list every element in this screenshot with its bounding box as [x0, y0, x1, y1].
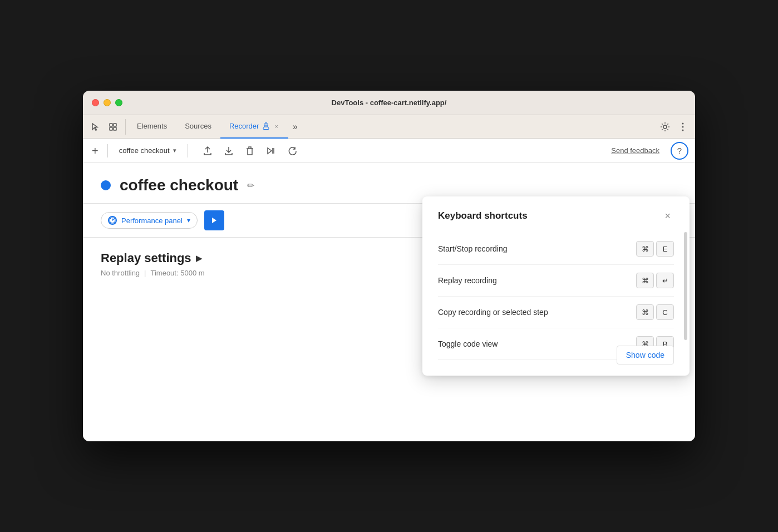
tab-elements[interactable]: Elements [128, 115, 176, 139]
svg-rect-2 [110, 127, 112, 130]
toolbar-divider-1 [107, 144, 108, 157]
record-status-dot [101, 180, 111, 190]
shortcut-label-toggle-code: Toggle code view [438, 339, 498, 348]
shortcut-row-copy: Copy recording or selected step ⌘ C [438, 297, 674, 328]
svg-rect-0 [110, 124, 112, 126]
delete-btn[interactable] [242, 142, 258, 159]
kbd-cmd-2: ⌘ [636, 273, 654, 288]
export-btn[interactable] [199, 142, 216, 159]
tab-overflow-btn[interactable]: » [288, 115, 302, 139]
shortcut-label-start-stop: Start/Stop recording [438, 244, 508, 253]
kbd-return: ↵ [656, 273, 674, 288]
recorder-actions [199, 142, 301, 159]
replay-settings-arrow-icon: ▶ [196, 254, 202, 263]
play-icon [210, 216, 218, 224]
popup-header: Keyboard shortcuts × [438, 210, 674, 222]
send-feedback-link[interactable]: Send feedback [611, 146, 659, 155]
performance-panel-btn[interactable]: Performance panel ▾ [101, 212, 198, 229]
recording-title: coffee checkout [120, 176, 238, 194]
gear-icon [660, 122, 670, 132]
cursor-icon-btn[interactable] [87, 119, 103, 135]
trash-icon [245, 146, 254, 156]
title-bar: DevTools - coffee-cart.netlify.app/ [83, 91, 695, 115]
recorder-toolbar: + coffee checkout ▾ [83, 139, 695, 163]
tab-list: Elements Sources Recorder × » [128, 115, 657, 139]
more-options-btn[interactable] [675, 119, 691, 135]
settings-btn[interactable] [657, 119, 673, 135]
popup-scrollbar[interactable] [684, 232, 687, 339]
svg-point-5 [682, 122, 684, 124]
toolbar-right [657, 119, 691, 135]
svg-rect-1 [114, 124, 116, 126]
shortcut-row-replay: Replay recording ⌘ ↵ [438, 265, 674, 297]
keyboard-shortcuts-popup: Keyboard shortcuts × Start/Stop recordin… [422, 196, 690, 376]
performance-panel-icon [108, 216, 117, 225]
timeout-label: Timeout: 5000 m [150, 269, 204, 277]
help-btn[interactable]: ? [671, 142, 688, 160]
shortcut-label-copy: Copy recording or selected step [438, 308, 548, 317]
perf-dropdown-icon: ▾ [187, 216, 190, 224]
minimize-button[interactable] [104, 99, 111, 106]
shortcut-label-replay: Replay recording [438, 276, 497, 285]
rewind-btn[interactable] [284, 142, 301, 159]
recording-name-label: coffee checkout [119, 146, 170, 155]
svg-point-7 [682, 129, 684, 131]
import-btn[interactable] [220, 142, 237, 159]
kbd-cmd-1: ⌘ [636, 241, 654, 257]
replay-settings-label: Replay settings [101, 251, 191, 265]
shortcut-row-start-stop: Start/Stop recording ⌘ E [438, 233, 674, 265]
recording-selector[interactable]: coffee checkout ▾ [115, 144, 181, 157]
devtools-toolbar: Elements Sources Recorder × » [83, 115, 695, 139]
kbd-c: C [656, 304, 674, 320]
question-mark-icon: ? [677, 146, 682, 155]
tab-sources[interactable]: Sources [176, 115, 220, 139]
download-icon [224, 146, 233, 156]
toolbar-divider-2 [188, 144, 188, 157]
shortcut-keys-replay: ⌘ ↵ [636, 273, 674, 288]
show-code-btn[interactable]: Show code [617, 346, 674, 364]
dropdown-chevron-icon: ▾ [173, 147, 176, 154]
svg-point-6 [682, 126, 684, 127]
recorder-flask-icon [262, 122, 270, 130]
replay-btn[interactable] [263, 142, 279, 159]
play-forward-icon [266, 146, 276, 155]
kbd-e: E [656, 241, 674, 257]
toolbar-icon-group [87, 119, 126, 135]
performance-panel-label: Performance panel [121, 216, 183, 225]
shortcut-keys-copy: ⌘ C [636, 304, 674, 320]
traffic-lights [92, 99, 122, 106]
close-button[interactable] [92, 99, 99, 106]
kbd-cmd-3: ⌘ [636, 304, 654, 320]
popup-title: Keyboard shortcuts [438, 210, 528, 221]
devtools-window: DevTools - coffee-cart.netlify.app/ Elem [83, 91, 695, 441]
svg-rect-3 [114, 127, 116, 130]
upload-icon [203, 146, 212, 156]
more-dots-icon [682, 122, 684, 131]
meta-divider: | [144, 269, 146, 277]
main-content: coffee checkout ✏ Performance panel ▾ [83, 163, 695, 441]
svg-point-4 [663, 125, 667, 129]
maximize-button[interactable] [115, 99, 122, 106]
play-recording-btn[interactable] [204, 210, 224, 230]
window-title: DevTools - coffee-cart.netlify.app/ [332, 98, 447, 107]
tab-recorder[interactable]: Recorder × [220, 115, 288, 139]
shortcut-keys-start-stop: ⌘ E [636, 241, 674, 257]
throttle-label: No throttling [101, 269, 140, 277]
tab-close-recorder[interactable]: × [273, 122, 279, 131]
inspect-icon-btn[interactable] [105, 119, 121, 135]
edit-title-icon[interactable]: ✏ [247, 180, 254, 191]
popup-close-btn[interactable]: × [661, 210, 674, 222]
replay-icon [287, 146, 297, 155]
add-recording-btn[interactable]: + [90, 143, 101, 159]
